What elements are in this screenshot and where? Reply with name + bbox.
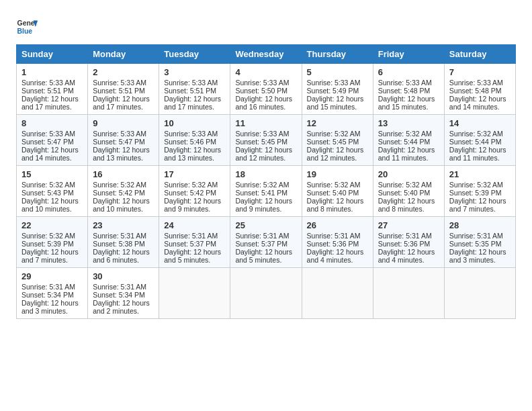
sunrise: Sunrise: 5:33 AM (235, 130, 289, 138)
sunset: Sunset: 5:39 PM (449, 189, 502, 197)
sunrise: Sunrise: 5:32 AM (307, 181, 361, 189)
sunset: Sunset: 5:51 PM (164, 87, 216, 95)
calendar-cell (230, 268, 302, 319)
sunrise: Sunrise: 5:33 AM (164, 79, 218, 87)
daylight: Daylight: 12 hours and 6 minutes. (93, 248, 150, 264)
calendar-cell: 8Sunrise: 5:33 AMSunset: 5:47 PMDaylight… (17, 115, 88, 166)
calendar-cell: 29Sunrise: 5:31 AMSunset: 5:34 PMDayligh… (17, 268, 88, 319)
weekday-header: Tuesday (159, 45, 230, 64)
sunrise: Sunrise: 5:31 AM (235, 232, 289, 240)
day-number: 30 (93, 271, 154, 281)
sunset: Sunset: 5:38 PM (93, 240, 145, 248)
calendar-cell: 14Sunrise: 5:32 AMSunset: 5:44 PMDayligh… (444, 115, 515, 166)
calendar-cell: 1Sunrise: 5:33 AMSunset: 5:51 PMDaylight… (17, 64, 88, 115)
sunrise: Sunrise: 5:33 AM (449, 79, 503, 87)
daylight: Daylight: 12 hours and 8 minutes. (378, 197, 435, 213)
sunrise: Sunrise: 5:32 AM (449, 181, 503, 189)
day-number: 27 (378, 220, 439, 230)
daylight: Daylight: 12 hours and 10 minutes. (21, 197, 79, 213)
sunset: Sunset: 5:34 PM (93, 291, 145, 299)
weekday-header: Monday (88, 45, 159, 64)
weekday-header: Saturday (444, 45, 515, 64)
calendar-cell: 10Sunrise: 5:33 AMSunset: 5:46 PMDayligh… (159, 115, 230, 166)
day-number: 26 (307, 220, 368, 230)
day-number: 6 (378, 67, 439, 77)
sunrise: Sunrise: 5:31 AM (449, 232, 503, 240)
weekday-header: Wednesday (230, 45, 302, 64)
calendar-cell: 12Sunrise: 5:32 AMSunset: 5:45 PMDayligh… (302, 115, 373, 166)
sunrise: Sunrise: 5:33 AM (307, 79, 361, 87)
day-number: 14 (449, 118, 511, 128)
sunset: Sunset: 5:51 PM (93, 87, 145, 95)
calendar-body: 1Sunrise: 5:33 AMSunset: 5:51 PMDaylight… (17, 64, 516, 319)
daylight: Daylight: 12 hours and 15 minutes. (378, 95, 435, 111)
weekday-header: Friday (373, 45, 444, 64)
daylight: Daylight: 12 hours and 14 minutes. (21, 146, 79, 162)
sunset: Sunset: 5:34 PM (21, 291, 74, 299)
sunset: Sunset: 5:48 PM (449, 87, 502, 95)
sunset: Sunset: 5:47 PM (93, 138, 145, 146)
sunset: Sunset: 5:37 PM (235, 240, 287, 248)
day-number: 5 (307, 67, 368, 77)
sunset: Sunset: 5:45 PM (307, 138, 359, 146)
day-number: 28 (449, 220, 511, 230)
calendar-cell (444, 268, 515, 319)
daylight: Daylight: 12 hours and 11 minutes. (449, 146, 506, 162)
sunrise: Sunrise: 5:32 AM (378, 130, 432, 138)
logo: General Blue (16, 16, 38, 38)
sunrise: Sunrise: 5:33 AM (164, 130, 218, 138)
sunset: Sunset: 5:36 PM (307, 240, 359, 248)
calendar-cell: 9Sunrise: 5:33 AMSunset: 5:47 PMDaylight… (88, 115, 159, 166)
daylight: Daylight: 12 hours and 17 minutes. (21, 95, 79, 111)
sunset: Sunset: 5:42 PM (164, 189, 216, 197)
sunrise: Sunrise: 5:31 AM (378, 232, 432, 240)
day-number: 21 (449, 169, 511, 179)
day-number: 1 (21, 67, 83, 77)
sunset: Sunset: 5:39 PM (21, 240, 74, 248)
sunset: Sunset: 5:50 PM (235, 87, 287, 95)
sunset: Sunset: 5:41 PM (235, 189, 287, 197)
daylight: Daylight: 12 hours and 17 minutes. (93, 95, 150, 111)
sunset: Sunset: 5:35 PM (449, 240, 502, 248)
sunrise: Sunrise: 5:32 AM (235, 181, 289, 189)
day-number: 19 (307, 169, 368, 179)
sunrise: Sunrise: 5:32 AM (307, 130, 361, 138)
day-number: 8 (21, 118, 83, 128)
day-number: 11 (235, 118, 296, 128)
calendar-cell: 30Sunrise: 5:31 AMSunset: 5:34 PMDayligh… (88, 268, 159, 319)
day-number: 22 (21, 220, 83, 230)
sunrise: Sunrise: 5:33 AM (378, 79, 432, 87)
calendar-week: 15Sunrise: 5:32 AMSunset: 5:43 PMDayligh… (17, 166, 516, 217)
daylight: Daylight: 12 hours and 15 minutes. (307, 95, 364, 111)
calendar-week: 8Sunrise: 5:33 AMSunset: 5:47 PMDaylight… (17, 115, 516, 166)
daylight: Daylight: 12 hours and 13 minutes. (164, 146, 221, 162)
calendar-cell: 6Sunrise: 5:33 AMSunset: 5:48 PMDaylight… (373, 64, 444, 115)
day-number: 20 (378, 169, 439, 179)
daylight: Daylight: 12 hours and 12 minutes. (235, 146, 292, 162)
sunrise: Sunrise: 5:31 AM (21, 283, 75, 291)
weekday-header: Thursday (302, 45, 373, 64)
day-number: 9 (93, 118, 154, 128)
day-number: 25 (235, 220, 296, 230)
sunrise: Sunrise: 5:32 AM (93, 181, 146, 189)
calendar-cell: 5Sunrise: 5:33 AMSunset: 5:49 PMDaylight… (302, 64, 373, 115)
calendar-week: 1Sunrise: 5:33 AMSunset: 5:51 PMDaylight… (17, 64, 516, 115)
sunrise: Sunrise: 5:32 AM (164, 181, 218, 189)
daylight: Daylight: 12 hours and 12 minutes. (307, 146, 364, 162)
sunrise: Sunrise: 5:31 AM (93, 232, 146, 240)
sunrise: Sunrise: 5:32 AM (21, 181, 75, 189)
daylight: Daylight: 12 hours and 4 minutes. (378, 248, 435, 264)
calendar-cell: 18Sunrise: 5:32 AMSunset: 5:41 PMDayligh… (230, 166, 302, 217)
calendar-cell: 2Sunrise: 5:33 AMSunset: 5:51 PMDaylight… (88, 64, 159, 115)
sunset: Sunset: 5:45 PM (235, 138, 287, 146)
sunrise: Sunrise: 5:33 AM (93, 79, 146, 87)
calendar-week: 29Sunrise: 5:31 AMSunset: 5:34 PMDayligh… (17, 268, 516, 319)
day-number: 10 (164, 118, 225, 128)
sunset: Sunset: 5:48 PM (378, 87, 431, 95)
sunset: Sunset: 5:37 PM (164, 240, 216, 248)
calendar-table: SundayMondayTuesdayWednesdayThursdayFrid… (16, 44, 516, 319)
day-number: 4 (235, 67, 296, 77)
day-number: 13 (378, 118, 439, 128)
calendar-cell: 21Sunrise: 5:32 AMSunset: 5:39 PMDayligh… (444, 166, 515, 217)
calendar-cell (159, 268, 230, 319)
